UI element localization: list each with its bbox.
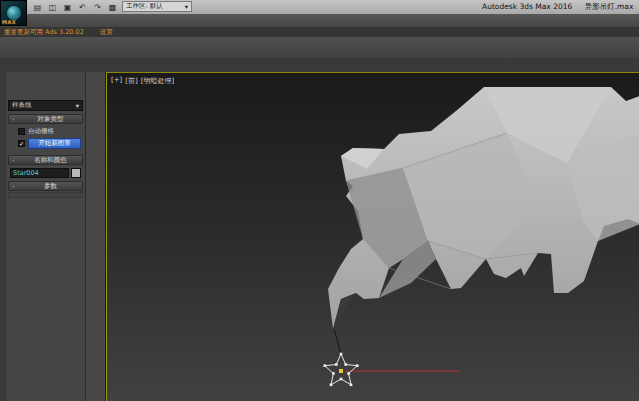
- viewport-menu-plus[interactable]: [+]: [111, 76, 122, 86]
- autogrid-checkbox[interactable]: [18, 128, 25, 135]
- viewport-front[interactable]: [+] [前] [明暗处理]: [106, 72, 639, 401]
- create-category-tabs: [6, 85, 85, 98]
- object-color-swatch[interactable]: [71, 168, 81, 178]
- menu-bar: [0, 14, 639, 27]
- project-folder-icon[interactable]: ▩: [106, 2, 119, 13]
- chevron-down-icon: ▾: [76, 102, 79, 110]
- freeform-tool-strip: [86, 72, 106, 401]
- app-title: Autodesk 3ds Max 2016: [482, 2, 572, 11]
- chevron-down-icon: ▾: [185, 3, 188, 11]
- redo-small-icon[interactable]: ↷: [91, 2, 104, 13]
- viewport-menu-shading[interactable]: [明暗处理]: [141, 76, 174, 86]
- viewport-label: [+] [前] [明暗处理]: [111, 76, 174, 86]
- spline-drag-line: [334, 329, 341, 354]
- viewport-menu-view[interactable]: [前]: [125, 76, 137, 86]
- workspace-selector[interactable]: 工作区: 默认 ▾: [122, 1, 192, 12]
- rollout-title: 名称和颜色: [22, 156, 79, 165]
- open-file-icon[interactable]: ◫: [46, 2, 59, 13]
- file-name: 异形吊灯.max: [585, 2, 634, 11]
- settings-link[interactable]: 设置: [100, 28, 113, 37]
- command-panel-tabs: [6, 72, 85, 85]
- star-parameters: [8, 192, 83, 198]
- window-title: Autodesk 3ds Max 2016 异形吊灯.max: [482, 2, 633, 12]
- start-new-shape-checkbox[interactable]: ✓: [18, 140, 25, 147]
- rollout-sign: -: [12, 156, 18, 164]
- name-color-row: Star004: [10, 168, 81, 178]
- new-scene-icon[interactable]: ▤: [31, 2, 44, 13]
- autogrid-label: 自动栅格: [28, 127, 54, 136]
- max-logo-button[interactable]: MAX: [0, 0, 27, 26]
- rollout-parameters[interactable]: - 参数: [8, 181, 83, 191]
- undo-small-icon[interactable]: ↶: [76, 2, 89, 13]
- max-logo-icon: [7, 6, 21, 20]
- terrain-mesh: [328, 87, 639, 329]
- object-name-field[interactable]: Star004: [10, 168, 69, 178]
- max-logo-label: MAX: [2, 19, 16, 25]
- viewport-canvas: [107, 73, 639, 401]
- rollout-sign: -: [12, 182, 18, 190]
- star-spline-gizmo[interactable]: [324, 353, 460, 386]
- rollout-name-color[interactable]: - 名称和颜色: [8, 155, 83, 165]
- workspace-label: 工作区: 默认: [126, 2, 163, 11]
- titlebar: MAX ▤◫▣↶↷▩ 工作区: 默认 ▾ Autodesk 3ds Max 20…: [0, 0, 639, 14]
- start-new-shape-row: ✓ 开始新图形: [18, 138, 81, 149]
- main-toolbar: [0, 37, 639, 58]
- rollout-title: 对象类型: [22, 115, 79, 124]
- rollout-object-type[interactable]: - 对象类型: [8, 114, 83, 124]
- save-file-icon[interactable]: ▣: [61, 2, 74, 13]
- rollout-title: 参数: [22, 182, 79, 191]
- start-new-shape-button[interactable]: 开始新图形: [28, 138, 81, 149]
- shape-category-value: 样条线: [12, 101, 32, 110]
- gizmo-center-handle[interactable]: [339, 369, 343, 373]
- rollout-sign: -: [12, 115, 18, 123]
- 3ds-max-window: MAX ▤◫▣↶↷▩ 工作区: 默认 ▾ Autodesk 3ds Max 20…: [0, 0, 639, 401]
- shape-category-dropdown[interactable]: 样条线 ▾: [8, 100, 83, 111]
- autogrid-row[interactable]: 自动栅格: [18, 126, 85, 136]
- ribbon-tabs: [0, 58, 639, 72]
- command-panel: 样条线 ▾ - 对象类型 自动栅格 ✓ 开始新图形 - 名称和颜色 Star00…: [0, 72, 86, 401]
- notification-bar: 重要更新可用 Ads 3.20.02 设置: [0, 27, 639, 37]
- quick-access-toolbar: ▤◫▣↶↷▩: [31, 1, 119, 13]
- update-notification-text: 重要更新可用 Ads 3.20.02: [4, 28, 84, 37]
